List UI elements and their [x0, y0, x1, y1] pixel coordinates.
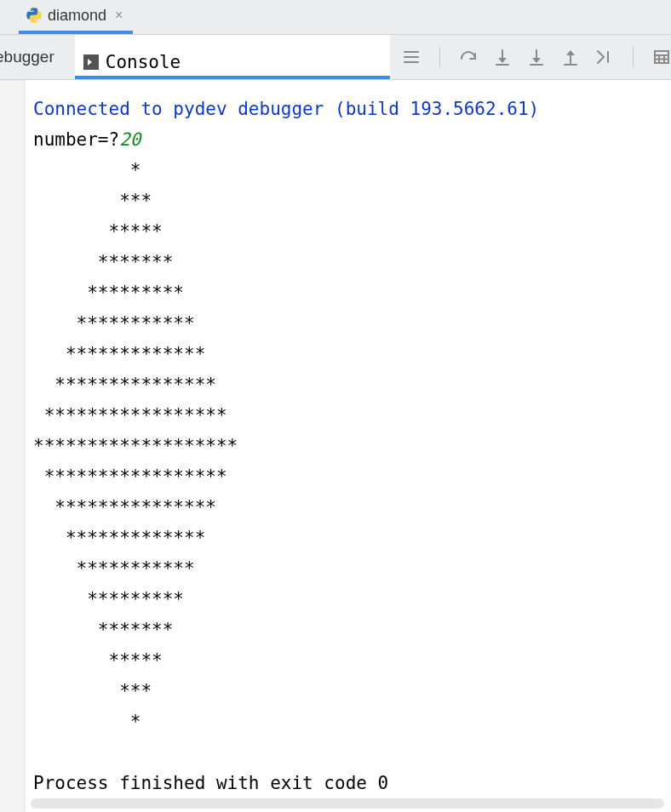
separator: [633, 47, 634, 67]
tab-console-label: Console: [106, 47, 181, 77]
console-icon: [83, 54, 99, 70]
diamond-line: ***: [33, 681, 152, 701]
diamond-line: *********: [33, 589, 184, 609]
diamond-line: ***********: [33, 313, 195, 334]
prompt-prefix: number=?: [33, 129, 119, 150]
tab-debugger[interactable]: ebugger: [0, 35, 75, 79]
horizontal-scrollbar[interactable]: [31, 798, 664, 809]
toolbar-icons: [402, 47, 671, 67]
diamond-line: *******: [33, 252, 173, 272]
diamond-line: *****: [33, 650, 163, 671]
diamond-line: *****************: [33, 466, 227, 487]
step-into-my-code-icon[interactable]: [527, 48, 546, 66]
soft-wrap-icon[interactable]: [402, 48, 421, 66]
diamond-line: *******: [33, 620, 173, 640]
file-tab-label: diamond: [48, 7, 106, 25]
step-over-icon[interactable]: [459, 48, 478, 66]
diamond-line: ***************: [33, 375, 216, 395]
console-output[interactable]: Connected to pydev debugger (build 193.5…: [25, 80, 671, 812]
diamond-line: *****************: [33, 405, 227, 426]
diamond-line: ***********: [33, 558, 195, 579]
python-file-icon: [26, 7, 43, 24]
diamond-line: *: [33, 160, 141, 180]
run-to-cursor-icon[interactable]: [595, 48, 614, 66]
connect-line: Connected to pydev debugger (build 193.5…: [33, 99, 539, 119]
diamond-line: *******************: [33, 436, 238, 456]
debug-tool-bar: ebugger Console: [0, 35, 671, 80]
step-into-icon[interactable]: [493, 48, 512, 66]
diamond-line: *: [33, 712, 141, 732]
close-icon[interactable]: ×: [115, 8, 123, 23]
diamond-line: *************: [33, 528, 205, 548]
exit-line: Process finished with exit code 0: [33, 773, 388, 793]
console-body: Connected to pydev debugger (build 193.5…: [0, 80, 671, 812]
diamond-line: ***: [33, 191, 152, 211]
prompt-value: 20: [119, 129, 141, 150]
separator: [439, 47, 440, 67]
diamond-line: *********: [33, 283, 184, 303]
svg-rect-12: [655, 51, 668, 63]
tab-debugger-label: ebugger: [0, 48, 54, 66]
tab-console[interactable]: Console: [75, 35, 390, 79]
diamond-line: *****: [33, 221, 163, 242]
step-out-icon[interactable]: [561, 48, 580, 66]
left-gutter: [0, 80, 25, 812]
diamond-line: ***************: [33, 497, 216, 518]
evaluate-expression-icon[interactable]: [652, 48, 671, 66]
file-tab-diamond[interactable]: diamond ×: [19, 0, 133, 34]
file-tab-bar: diamond ×: [0, 0, 671, 35]
diamond-line: *************: [33, 344, 205, 364]
